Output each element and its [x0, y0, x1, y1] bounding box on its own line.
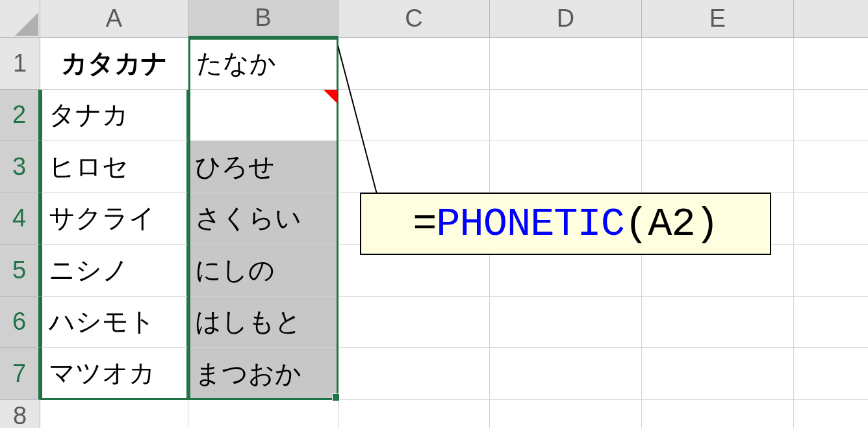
cell-B4[interactable]: さくらい — [188, 193, 338, 245]
cell-F1[interactable] — [794, 38, 868, 90]
cell-C1[interactable] — [338, 38, 490, 90]
cell-E3[interactable] — [642, 141, 794, 193]
cell-F3[interactable] — [794, 141, 868, 193]
cell-B7[interactable]: まつおか — [188, 348, 338, 400]
cell-C2[interactable] — [338, 90, 490, 142]
cell-C3[interactable] — [338, 141, 490, 193]
row-header-3[interactable]: 3 — [0, 141, 40, 193]
formula-callout: =PHONETIC(A2) — [360, 193, 771, 255]
cell-B3[interactable]: ひろせ — [188, 141, 338, 193]
formula-cell-ref: A2 — [648, 201, 695, 247]
cell-E1[interactable] — [642, 38, 794, 90]
cell-D3[interactable] — [490, 141, 642, 193]
cell-D1[interactable] — [490, 38, 642, 90]
cell-A4[interactable]: サクライ — [40, 193, 188, 245]
cell-F4[interactable] — [794, 193, 868, 245]
cell-B6[interactable]: はしもと — [188, 297, 338, 349]
cell-B2[interactable] — [188, 90, 338, 142]
cell-A8[interactable] — [40, 400, 188, 429]
cell-D2[interactable] — [490, 90, 642, 142]
col-header-A[interactable]: A — [40, 0, 188, 38]
cell-D8[interactable] — [490, 400, 642, 429]
col-header-E[interactable]: E — [642, 0, 794, 38]
cell-D7[interactable] — [490, 348, 642, 400]
cell-E7[interactable] — [642, 348, 794, 400]
col-header-D[interactable]: D — [490, 0, 642, 38]
cell-B8[interactable] — [188, 400, 338, 429]
cell-A6[interactable]: ハシモト — [40, 297, 188, 349]
cell-A5[interactable]: ニシノ — [40, 245, 188, 297]
row-header-5[interactable]: 5 — [0, 245, 40, 297]
row-header-6[interactable]: 6 — [0, 297, 40, 349]
col-header-F[interactable] — [794, 0, 868, 38]
formula-function-name: PHONETIC — [436, 201, 624, 247]
cell-A1[interactable]: カタカナ — [40, 38, 188, 90]
cell-F8[interactable] — [794, 400, 868, 429]
cell-B5[interactable]: にしの — [188, 245, 338, 297]
cell-A2[interactable]: タナカ — [40, 90, 188, 142]
cell-E6[interactable] — [642, 297, 794, 349]
formula-close-paren: ) — [695, 201, 719, 247]
cell-E8[interactable] — [642, 400, 794, 429]
cell-A3[interactable]: ヒロセ — [40, 141, 188, 193]
row-header-7[interactable]: 7 — [0, 348, 40, 400]
cell-C7[interactable] — [338, 348, 490, 400]
cell-F5[interactable] — [794, 245, 868, 297]
formula-open-paren: ( — [624, 201, 648, 247]
row-header-8[interactable]: 8 — [0, 400, 40, 429]
formula-equals: = — [413, 201, 436, 247]
select-all-corner[interactable] — [0, 0, 40, 38]
cell-C8[interactable] — [338, 400, 490, 429]
cell-C6[interactable] — [338, 297, 490, 349]
cell-F6[interactable] — [794, 297, 868, 349]
cell-E2[interactable] — [642, 90, 794, 142]
cell-F2[interactable] — [794, 90, 868, 142]
row-header-4[interactable]: 4 — [0, 193, 40, 245]
active-cell-B2[interactable]: たなか — [188, 38, 338, 89]
col-header-B[interactable]: B — [188, 0, 338, 38]
col-header-C[interactable]: C — [338, 0, 490, 38]
row-header-1[interactable]: 1 — [0, 38, 40, 90]
comment-marker-icon — [324, 90, 338, 104]
cell-F7[interactable] — [794, 348, 868, 400]
cell-D6[interactable] — [490, 297, 642, 349]
cell-A7[interactable]: マツオカ — [40, 348, 188, 400]
row-header-2[interactable]: 2 — [0, 90, 40, 142]
